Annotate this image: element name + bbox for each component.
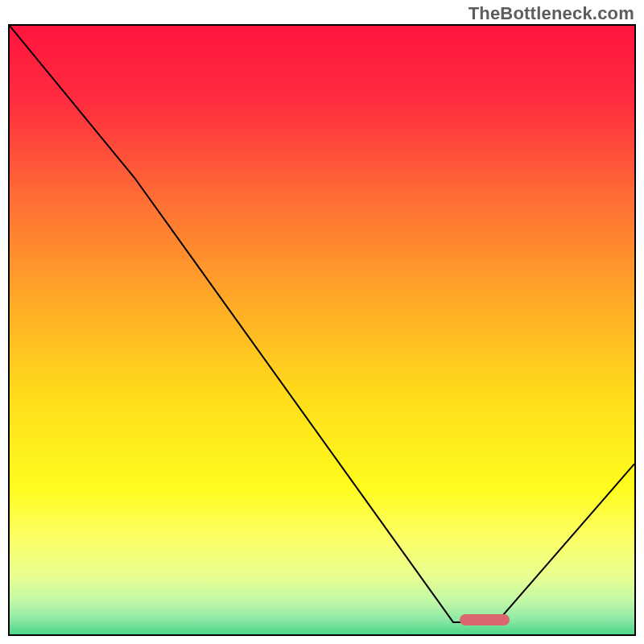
plot-area — [8, 24, 636, 636]
optimal-range-marker — [460, 614, 510, 625]
bottleneck-curve — [10, 26, 634, 634]
chart-container: TheBottleneck.com — [0, 0, 644, 644]
watermark-text: TheBottleneck.com — [469, 3, 634, 24]
